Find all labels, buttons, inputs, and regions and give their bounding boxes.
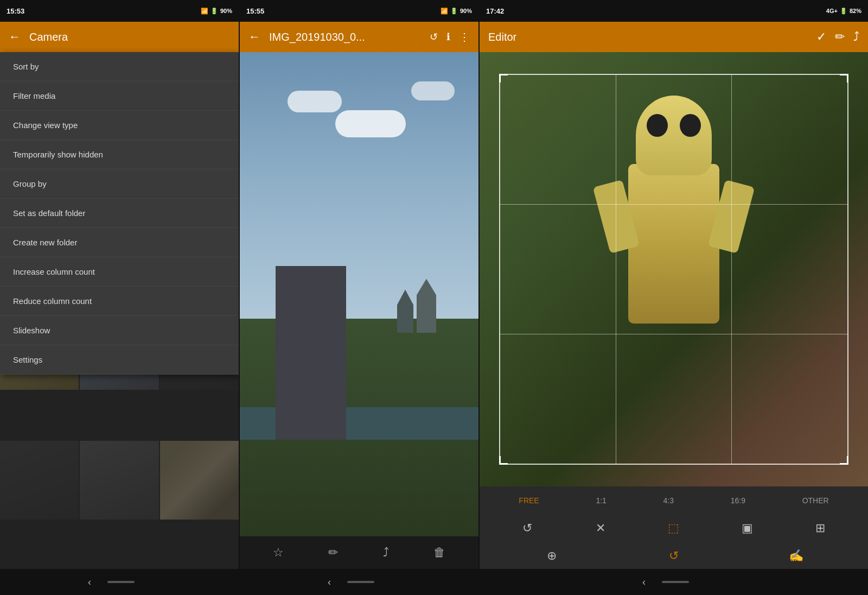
tools-row-2: ⊕ ↺ ✍: [480, 542, 868, 569]
lego-image: [480, 52, 868, 486]
statue-body: [276, 266, 346, 440]
tools-row-1: ↺ ✕ ⬚ ▣ ⊞: [480, 515, 868, 541]
draw-button[interactable]: ✏: [835, 30, 845, 44]
cloud-1: [288, 91, 342, 112]
share-button[interactable]: ⤴: [383, 546, 389, 560]
nav-home-2[interactable]: [347, 581, 374, 583]
menu-change-view[interactable]: Change view type: [0, 111, 239, 140]
nav-home-1[interactable]: [107, 581, 135, 583]
crop-handle-br[interactable]: [840, 456, 848, 465]
menu-sort-by[interactable]: Sort by: [0, 52, 239, 81]
dropdown-menu: Sort by Filter media Change view type Te…: [0, 52, 239, 375]
back-button-2[interactable]: ←: [248, 30, 260, 44]
bottom-nav-2: ‹: [240, 569, 478, 595]
crop-line-v2: [731, 75, 732, 464]
ratio-1-1[interactable]: 1:1: [591, 494, 610, 507]
ratio-other[interactable]: OTHER: [798, 494, 833, 507]
aspect-tool[interactable]: ▣: [735, 516, 759, 540]
bottom-nav-1: ‹: [0, 569, 239, 595]
crop-handle-tr[interactable]: [840, 74, 848, 83]
delete-button[interactable]: 🗑: [433, 546, 445, 560]
edit-button[interactable]: ✏: [328, 546, 338, 560]
cloud-3: [411, 81, 455, 100]
gallery-cell[interactable]: [0, 441, 79, 520]
status-bar-1: 15:53 📶 🔋 90%: [0, 0, 239, 22]
editor-title: Editor: [488, 31, 808, 43]
camera-panel: 15:53 📶 🔋 90% ← Camera Sort by Filter me…: [0, 0, 239, 595]
crop-handle-tl[interactable]: [499, 74, 508, 83]
bottom-nav-3: ‹: [480, 569, 868, 595]
crop-line-h2: [500, 334, 847, 334]
ratio-16-9[interactable]: 16:9: [726, 494, 750, 507]
time-2: 15:55: [246, 7, 264, 15]
rotate-icon[interactable]: ↺: [430, 31, 438, 43]
info-icon[interactable]: ℹ: [446, 31, 450, 43]
image-display: [240, 52, 478, 536]
menu-group-by[interactable]: Group by: [0, 169, 239, 199]
statue-image[interactable]: [240, 52, 478, 536]
crop-handle-bl[interactable]: [499, 456, 508, 465]
app-bar-2: ← IMG_20191030_0... ↺ ℹ ⋮: [240, 22, 478, 52]
crop-grid-overlay[interactable]: [499, 74, 848, 465]
menu-create-folder[interactable]: Create new folder: [0, 228, 239, 257]
image-filename: IMG_20191030_0...: [269, 31, 421, 43]
crop-active-tool[interactable]: ↺: [662, 544, 686, 568]
status-bar-3: 17:42 4G+ 🔋 82%: [480, 0, 868, 22]
editor-tools: ↺ ✕ ⬚ ▣ ⊞ ⊕ ↺ ✍: [480, 515, 868, 569]
confirm-button[interactable]: ✓: [816, 30, 826, 44]
favorite-button[interactable]: ☆: [273, 546, 284, 560]
app-bar-3: Editor ✓ ✏ ⤴: [480, 22, 868, 52]
editor-share-button[interactable]: ⤴: [853, 30, 859, 44]
ratio-free[interactable]: FREE: [514, 494, 543, 507]
menu-default-folder[interactable]: Set as default folder: [0, 199, 239, 228]
image-viewer-panel: 15:55 📶 🔋 90% ← IMG_20191030_0... ↺ ℹ ⋮: [240, 0, 478, 595]
nav-home-3[interactable]: [662, 581, 689, 583]
nav-back-2[interactable]: ‹: [311, 577, 347, 588]
app-title-1: Camera: [29, 31, 230, 43]
gallery-cell[interactable]: [80, 441, 158, 520]
nav-back-1[interactable]: ‹: [72, 577, 107, 588]
editor-image-area[interactable]: [480, 52, 868, 486]
grid-tool[interactable]: ⊞: [808, 516, 832, 540]
gallery-cell[interactable]: [160, 441, 239, 520]
status-icons-3: 4G+ 🔋 82%: [826, 8, 861, 15]
menu-slideshow[interactable]: Slideshow: [0, 316, 239, 345]
add-overlay-tool[interactable]: ⊕: [540, 544, 564, 568]
nav-back-3[interactable]: ‹: [626, 577, 662, 588]
app-bar-1: ← Camera: [0, 22, 239, 52]
viewer-toolbar: ☆ ✏ ⤴ 🗑: [240, 536, 478, 569]
menu-show-hidden[interactable]: Temporarily show hidden: [0, 140, 239, 169]
menu-settings[interactable]: Settings: [0, 345, 239, 375]
status-icons-1: 📶 🔋 90%: [201, 8, 232, 15]
rotate-tool[interactable]: ↺: [515, 516, 539, 540]
more-icon[interactable]: ⋮: [459, 30, 470, 43]
crop-line-h1: [500, 204, 847, 205]
flip-tool[interactable]: ✕: [589, 516, 612, 540]
cloud-2: [335, 110, 406, 137]
menu-filter-media[interactable]: Filter media: [0, 81, 239, 111]
status-bar-2: 15:55 📶 🔋 90%: [240, 0, 478, 22]
time-1: 15:53: [7, 7, 24, 15]
signature-tool[interactable]: ✍: [784, 544, 808, 568]
ratio-4-3[interactable]: 4:3: [659, 494, 678, 507]
back-button-1[interactable]: ←: [9, 30, 21, 44]
status-icons-2: 📶 🔋 90%: [441, 8, 472, 15]
crop-tool[interactable]: ⬚: [662, 516, 686, 540]
time-3: 17:42: [486, 7, 504, 15]
editor-panel: 17:42 4G+ 🔋 82% Editor ✓ ✏ ⤴: [480, 0, 868, 595]
ratio-bar: FREE 1:1 4:3 16:9 OTHER: [480, 486, 868, 515]
menu-increase-columns[interactable]: Increase column count: [0, 257, 239, 287]
menu-reduce-columns[interactable]: Reduce column count: [0, 287, 239, 316]
crop-line-v1: [616, 75, 616, 464]
